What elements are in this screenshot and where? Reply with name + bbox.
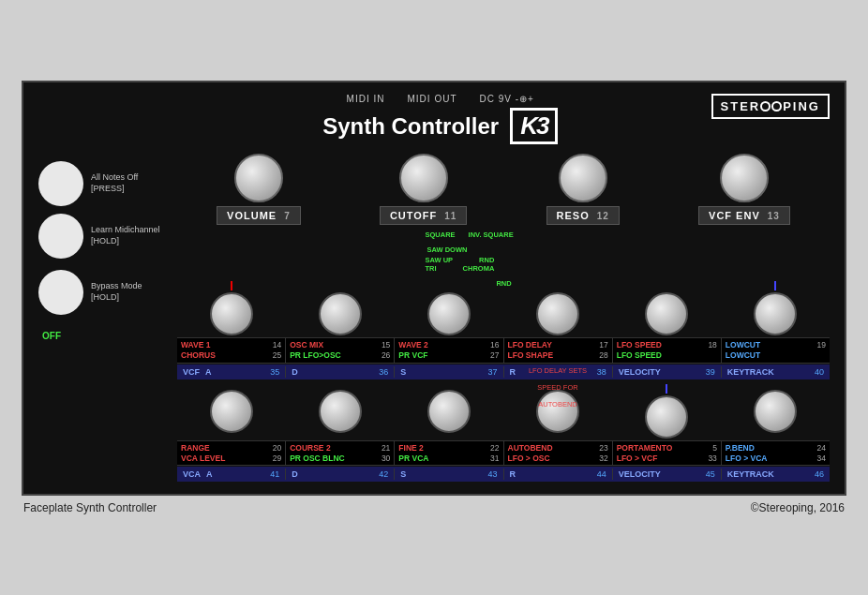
synth-title: Synth Controller: [322, 113, 499, 140]
oscmix-knob[interactable]: [319, 292, 362, 335]
all-notes-off-button[interactable]: [38, 161, 83, 206]
portamento-line: PORTAMENTO 5: [617, 443, 717, 453]
lfoshape-line: LFO SHAPE 28: [508, 350, 608, 360]
volume-label-box: VOLUME 7: [217, 206, 301, 225]
pbend-line: P.BEND 24: [726, 443, 826, 453]
fine2-num: 22: [490, 443, 499, 453]
autobend-knob[interactable]: [536, 390, 579, 433]
adsr2-velocity: VELOCITY 45: [613, 469, 722, 480]
brand-oo-2: [771, 101, 782, 112]
chorus-label: CHORUS: [181, 350, 216, 360]
lfospeed-label: LFO SPEED: [617, 340, 662, 350]
reso-knob[interactable]: [559, 154, 607, 202]
prlfo-label: PR LFO>OSC: [290, 350, 341, 360]
left-buttons-panel: All Notes Off[PRESS] Learn Midichannel[H…: [38, 152, 170, 483]
autobend-label: AUTOBEND: [508, 443, 553, 453]
lowcut-knob[interactable]: [754, 292, 797, 335]
vcfenv-knob-group: VCF ENV 13: [698, 154, 790, 225]
reso-knob-group: RESO 12: [546, 154, 620, 225]
portamento-knob[interactable]: [645, 395, 688, 439]
vcfenv-knob[interactable]: [720, 154, 769, 202]
pbend-knob[interactable]: [754, 390, 797, 433]
oscmix-line: OSC MIX 15: [290, 340, 390, 350]
controls-area: VOLUME 7 CUTOFF 11: [177, 152, 830, 483]
prvcf-line: PR VCF 27: [398, 350, 499, 360]
lfovcf-label: LFO > VCF: [617, 454, 658, 463]
info-cell-lfospeed: LFO SPEED 18 LFO SPEED: [613, 338, 722, 362]
info-cell-range: RANGE 20 VCA LEVEL 29: [177, 441, 286, 465]
r-label-adsr2: R: [510, 469, 516, 479]
adsr2-num-45: 45: [706, 469, 715, 479]
volume-knob[interactable]: [234, 154, 283, 202]
cutoff-knob-group: CUTOFF 11: [380, 154, 468, 225]
fine2-knob[interactable]: [427, 390, 471, 433]
a-label-adsr2: A: [206, 469, 213, 479]
fine2-line: FINE 2 22: [398, 443, 499, 453]
main-layout: All Notes Off[PRESS] Learn Midichannel[H…: [38, 152, 830, 483]
learn-midichannel-label: Learn Midichannel[HOLD]: [91, 225, 160, 246]
adsr-row-1: VCF A 35 D 36 S 37 R 38: [177, 364, 830, 379]
off-label: OFF: [42, 331, 61, 341]
lowcut-label: LOWCUT: [726, 340, 760, 350]
s-label-adsr1: S: [400, 367, 406, 377]
btn-row-1: All Notes Off[PRESS]: [38, 161, 138, 206]
all-notes-off-label: All Notes Off[PRESS]: [91, 172, 138, 194]
a-label-adsr: A: [205, 367, 212, 377]
oscmix-label: OSC MIX: [290, 340, 323, 350]
adsr2-num-46: 46: [815, 469, 824, 479]
footer-right: ©Stereoping, 2016: [751, 501, 845, 514]
info-cell-wave2: WAVE 2 16 PR VCF 27: [395, 338, 503, 362]
autobend-num: 23: [599, 443, 607, 453]
vcfenv-label-box: VCF ENV 13: [698, 206, 790, 225]
course2-num: 21: [382, 443, 390, 453]
prvca-line: PR VCA 31: [398, 454, 499, 463]
lfodelay-label: LFO DELAY: [508, 340, 552, 350]
footer-left: Faceplate Synth Controller: [23, 501, 157, 514]
adsr1-num-36: 36: [379, 367, 388, 377]
info-cell-fine2: FINE 2 22 PR VCA 31: [395, 441, 503, 465]
velocity-label-adsr2: VELOCITY: [619, 469, 661, 479]
lfospeed-num: 18: [708, 340, 716, 350]
wave2-knob[interactable]: [427, 292, 471, 335]
lowcut2-label: LOWCUT: [726, 350, 760, 360]
bypass-mode-label: Bypass Mode[HOLD]: [91, 281, 142, 303]
info-cell-oscmix: OSC MIX 15 PR LFO>OSC 26: [286, 338, 395, 362]
vcalevel-num: 29: [273, 454, 281, 463]
cutoff-label: CUTOFF: [390, 210, 437, 221]
cutoff-label-box: CUTOFF 11: [380, 206, 468, 225]
lowcut-line: LOWCUT 19: [726, 340, 826, 350]
pbend-label: P.BEND: [726, 443, 755, 453]
learn-midichannel-button[interactable]: [38, 214, 83, 259]
wave1-num: 14: [273, 340, 281, 350]
reso-label: RESO: [557, 210, 590, 221]
chorus-num: 25: [273, 350, 281, 360]
adsr2-keytrack: KEYTRACK 46: [722, 469, 830, 480]
d-label-adsr1: D: [292, 367, 298, 377]
course2-knob[interactable]: [319, 390, 362, 433]
info-cell-portamento: PORTAMENTO 5 LFO > VCF 33: [613, 441, 722, 465]
brand-logo: STER: [721, 99, 761, 113]
autobend-line: AUTOBEND 23: [508, 443, 608, 453]
vcf-label-adsr: VCF: [183, 367, 200, 377]
outer-wrapper: MIDI IN MIDI OUT DC 9V -⊕+ Synth Control…: [22, 81, 846, 514]
info-row-2: RANGE 20 VCA LEVEL 29 COURSE 2 21: [177, 440, 830, 466]
adsr2-num-42: 42: [379, 469, 388, 479]
footer: Faceplate Synth Controller ©Stereoping, …: [22, 496, 846, 514]
adsr2-num-41: 41: [270, 469, 279, 479]
lfospeed2-line: LFO SPEED: [617, 350, 717, 360]
adsr1-s: S 37: [395, 366, 503, 378]
adsr1-d: D 36: [286, 366, 395, 378]
portamento-num: 5: [712, 443, 717, 453]
cutoff-knob[interactable]: [399, 154, 448, 202]
range-knob[interactable]: [210, 390, 253, 433]
bypass-mode-button[interactable]: [38, 270, 83, 315]
lfospeed-knob[interactable]: [645, 292, 688, 335]
wave1-knob[interactable]: [210, 292, 253, 335]
dc-label: DC 9V -⊕+: [480, 94, 534, 104]
adsr1-num-37: 37: [488, 367, 498, 377]
vcalevel-line: VCA LEVEL 29: [181, 454, 281, 463]
portamento-label: PORTAMENTO: [617, 443, 673, 453]
course2-label: COURSE 2: [290, 443, 330, 453]
lfodelay-knob[interactable]: [536, 292, 579, 335]
adsr1-num-40: 40: [815, 367, 824, 377]
